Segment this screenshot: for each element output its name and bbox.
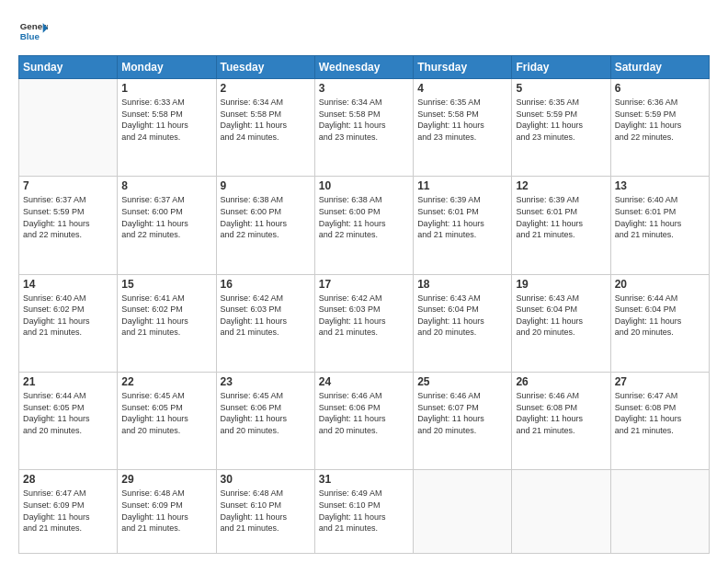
day-number: 26 bbox=[516, 375, 606, 388]
calendar-week-5: 28Sunrise: 6:47 AM Sunset: 6:09 PM Dayli… bbox=[19, 470, 710, 554]
calendar-week-1: 1Sunrise: 6:33 AM Sunset: 5:58 PM Daylig… bbox=[19, 79, 710, 177]
logo-icon: General Blue bbox=[18, 17, 48, 46]
cell-info: Sunrise: 6:37 AM Sunset: 6:00 PM Dayligh… bbox=[121, 194, 211, 240]
header: General Blue bbox=[18, 17, 710, 46]
calendar-cell: 31Sunrise: 6:49 AM Sunset: 6:10 PM Dayli… bbox=[314, 470, 413, 554]
calendar-cell: 12Sunrise: 6:39 AM Sunset: 6:01 PM Dayli… bbox=[512, 177, 610, 274]
day-number: 23 bbox=[221, 375, 311, 388]
cell-info: Sunrise: 6:48 AM Sunset: 6:10 PM Dayligh… bbox=[221, 488, 311, 534]
day-number: 8 bbox=[121, 179, 211, 192]
weekday-header-thursday: Thursday bbox=[414, 56, 512, 79]
day-number: 16 bbox=[221, 278, 311, 291]
cell-info: Sunrise: 6:37 AM Sunset: 5:59 PM Dayligh… bbox=[23, 194, 113, 240]
cell-info: Sunrise: 6:45 AM Sunset: 6:06 PM Dayligh… bbox=[221, 390, 311, 436]
day-number: 27 bbox=[615, 375, 705, 388]
day-number: 4 bbox=[417, 82, 507, 95]
calendar-cell: 23Sunrise: 6:45 AM Sunset: 6:06 PM Dayli… bbox=[216, 372, 314, 469]
calendar-cell: 28Sunrise: 6:47 AM Sunset: 6:09 PM Dayli… bbox=[19, 470, 118, 554]
cell-info: Sunrise: 6:46 AM Sunset: 6:08 PM Dayligh… bbox=[516, 390, 606, 436]
weekday-header-wednesday: Wednesday bbox=[314, 56, 413, 79]
calendar-cell: 20Sunrise: 6:44 AM Sunset: 6:04 PM Dayli… bbox=[610, 274, 709, 372]
weekday-header-row: SundayMondayTuesdayWednesdayThursdayFrid… bbox=[19, 56, 710, 79]
day-number: 5 bbox=[516, 82, 606, 95]
weekday-header-friday: Friday bbox=[512, 56, 610, 79]
calendar-week-3: 14Sunrise: 6:40 AM Sunset: 6:02 PM Dayli… bbox=[19, 274, 710, 372]
calendar-cell: 27Sunrise: 6:47 AM Sunset: 6:08 PM Dayli… bbox=[610, 372, 709, 469]
cell-info: Sunrise: 6:44 AM Sunset: 6:05 PM Dayligh… bbox=[23, 390, 113, 436]
calendar-cell: 29Sunrise: 6:48 AM Sunset: 6:09 PM Dayli… bbox=[118, 470, 216, 554]
day-number: 19 bbox=[516, 278, 606, 291]
calendar-cell: 9Sunrise: 6:38 AM Sunset: 6:00 PM Daylig… bbox=[216, 177, 314, 274]
logo: General Blue bbox=[18, 17, 48, 46]
calendar-cell bbox=[414, 470, 512, 554]
calendar-cell: 24Sunrise: 6:46 AM Sunset: 6:06 PM Dayli… bbox=[314, 372, 413, 469]
day-number: 15 bbox=[121, 278, 211, 291]
cell-info: Sunrise: 6:44 AM Sunset: 6:04 PM Dayligh… bbox=[615, 293, 705, 339]
page: General Blue SundayMondayTuesdayWednesda… bbox=[0, 0, 728, 563]
calendar-cell: 18Sunrise: 6:43 AM Sunset: 6:04 PM Dayli… bbox=[414, 274, 512, 372]
calendar-cell: 4Sunrise: 6:35 AM Sunset: 5:58 PM Daylig… bbox=[414, 79, 512, 177]
day-number: 17 bbox=[319, 278, 409, 291]
day-number: 28 bbox=[23, 473, 113, 486]
day-number: 21 bbox=[23, 375, 113, 388]
cell-info: Sunrise: 6:40 AM Sunset: 6:01 PM Dayligh… bbox=[615, 194, 705, 240]
cell-info: Sunrise: 6:42 AM Sunset: 6:03 PM Dayligh… bbox=[221, 293, 311, 339]
calendar-cell: 5Sunrise: 6:35 AM Sunset: 5:59 PM Daylig… bbox=[512, 79, 610, 177]
cell-info: Sunrise: 6:46 AM Sunset: 6:07 PM Dayligh… bbox=[417, 390, 507, 436]
cell-info: Sunrise: 6:43 AM Sunset: 6:04 PM Dayligh… bbox=[516, 293, 606, 339]
day-number: 31 bbox=[319, 473, 409, 486]
day-number: 12 bbox=[516, 179, 606, 192]
cell-info: Sunrise: 6:34 AM Sunset: 5:58 PM Dayligh… bbox=[221, 97, 311, 143]
weekday-header-saturday: Saturday bbox=[610, 56, 709, 79]
cell-info: Sunrise: 6:38 AM Sunset: 6:00 PM Dayligh… bbox=[221, 194, 311, 240]
calendar-cell: 15Sunrise: 6:41 AM Sunset: 6:02 PM Dayli… bbox=[118, 274, 216, 372]
calendar-cell: 6Sunrise: 6:36 AM Sunset: 5:59 PM Daylig… bbox=[610, 79, 709, 177]
day-number: 30 bbox=[221, 473, 311, 486]
svg-text:Blue: Blue bbox=[20, 31, 40, 41]
cell-info: Sunrise: 6:43 AM Sunset: 6:04 PM Dayligh… bbox=[417, 293, 507, 339]
calendar-cell: 7Sunrise: 6:37 AM Sunset: 5:59 PM Daylig… bbox=[19, 177, 118, 274]
calendar-cell: 13Sunrise: 6:40 AM Sunset: 6:01 PM Dayli… bbox=[610, 177, 709, 274]
weekday-header-monday: Monday bbox=[118, 56, 216, 79]
calendar-table: SundayMondayTuesdayWednesdayThursdayFrid… bbox=[18, 55, 710, 554]
cell-info: Sunrise: 6:45 AM Sunset: 6:05 PM Dayligh… bbox=[121, 390, 211, 436]
calendar-cell: 16Sunrise: 6:42 AM Sunset: 6:03 PM Dayli… bbox=[216, 274, 314, 372]
day-number: 22 bbox=[121, 375, 211, 388]
calendar-cell: 1Sunrise: 6:33 AM Sunset: 5:58 PM Daylig… bbox=[118, 79, 216, 177]
cell-info: Sunrise: 6:49 AM Sunset: 6:10 PM Dayligh… bbox=[319, 488, 409, 534]
cell-info: Sunrise: 6:33 AM Sunset: 5:58 PM Dayligh… bbox=[121, 97, 211, 143]
cell-info: Sunrise: 6:46 AM Sunset: 6:06 PM Dayligh… bbox=[319, 390, 409, 436]
cell-info: Sunrise: 6:42 AM Sunset: 6:03 PM Dayligh… bbox=[319, 293, 409, 339]
calendar-cell: 10Sunrise: 6:38 AM Sunset: 6:00 PM Dayli… bbox=[314, 177, 413, 274]
calendar-cell: 25Sunrise: 6:46 AM Sunset: 6:07 PM Dayli… bbox=[414, 372, 512, 469]
cell-info: Sunrise: 6:39 AM Sunset: 6:01 PM Dayligh… bbox=[516, 194, 606, 240]
calendar-cell: 30Sunrise: 6:48 AM Sunset: 6:10 PM Dayli… bbox=[216, 470, 314, 554]
calendar-cell: 19Sunrise: 6:43 AM Sunset: 6:04 PM Dayli… bbox=[512, 274, 610, 372]
cell-info: Sunrise: 6:41 AM Sunset: 6:02 PM Dayligh… bbox=[121, 293, 211, 339]
day-number: 7 bbox=[23, 179, 113, 192]
day-number: 24 bbox=[319, 375, 409, 388]
calendar-cell: 17Sunrise: 6:42 AM Sunset: 6:03 PM Dayli… bbox=[314, 274, 413, 372]
day-number: 6 bbox=[615, 82, 705, 95]
calendar-cell bbox=[610, 470, 709, 554]
day-number: 1 bbox=[121, 82, 211, 95]
cell-info: Sunrise: 6:36 AM Sunset: 5:59 PM Dayligh… bbox=[615, 97, 705, 143]
cell-info: Sunrise: 6:40 AM Sunset: 6:02 PM Dayligh… bbox=[23, 293, 113, 339]
cell-info: Sunrise: 6:39 AM Sunset: 6:01 PM Dayligh… bbox=[417, 194, 507, 240]
calendar-cell: 11Sunrise: 6:39 AM Sunset: 6:01 PM Dayli… bbox=[414, 177, 512, 274]
cell-info: Sunrise: 6:35 AM Sunset: 5:58 PM Dayligh… bbox=[417, 97, 507, 143]
calendar-week-2: 7Sunrise: 6:37 AM Sunset: 5:59 PM Daylig… bbox=[19, 177, 710, 274]
calendar-week-4: 21Sunrise: 6:44 AM Sunset: 6:05 PM Dayli… bbox=[19, 372, 710, 469]
calendar-cell bbox=[512, 470, 610, 554]
day-number: 25 bbox=[417, 375, 507, 388]
cell-info: Sunrise: 6:35 AM Sunset: 5:59 PM Dayligh… bbox=[516, 97, 606, 143]
weekday-header-sunday: Sunday bbox=[19, 56, 118, 79]
calendar-cell: 14Sunrise: 6:40 AM Sunset: 6:02 PM Dayli… bbox=[19, 274, 118, 372]
day-number: 20 bbox=[615, 278, 705, 291]
day-number: 18 bbox=[417, 278, 507, 291]
calendar-cell bbox=[19, 79, 118, 177]
day-number: 11 bbox=[417, 179, 507, 192]
cell-info: Sunrise: 6:38 AM Sunset: 6:00 PM Dayligh… bbox=[319, 194, 409, 240]
calendar-cell: 2Sunrise: 6:34 AM Sunset: 5:58 PM Daylig… bbox=[216, 79, 314, 177]
calendar-cell: 8Sunrise: 6:37 AM Sunset: 6:00 PM Daylig… bbox=[118, 177, 216, 274]
